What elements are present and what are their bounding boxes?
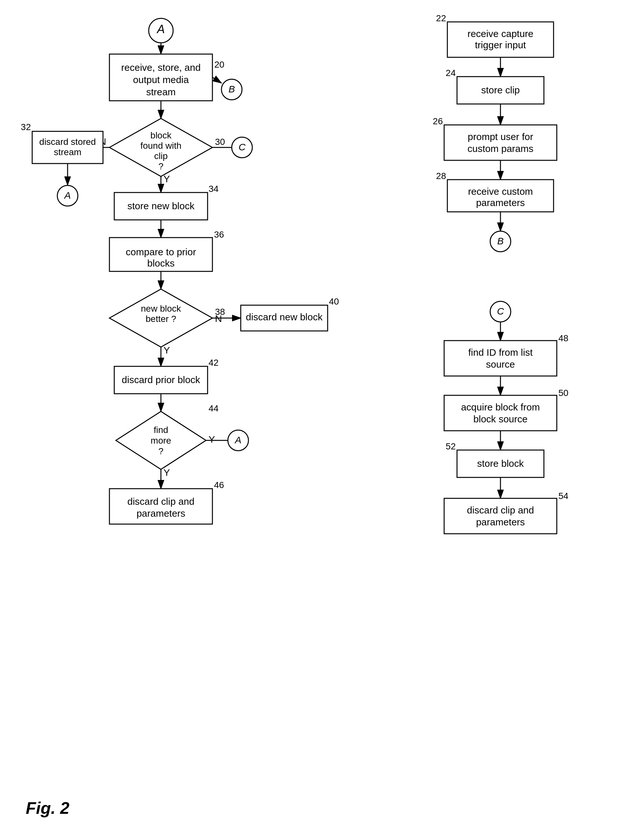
node-48-ref: 48 — [559, 333, 569, 343]
node-44-ref: 44 — [208, 404, 218, 414]
node-22-text: receive capture — [467, 28, 533, 39]
fig-label: Fig. 2 — [26, 798, 69, 818]
node-20-text: receive, store, and — [121, 62, 201, 73]
node-44-text3: ? — [158, 446, 164, 456]
connector-B-right-label: B — [228, 84, 235, 94]
connector-A-top-label: A — [156, 23, 165, 36]
node-36-ref: 36 — [214, 230, 224, 240]
node-36-text2: blocks — [147, 258, 174, 269]
node-48-text: find ID from list — [468, 347, 533, 358]
node-50-text: acquire block from — [461, 402, 540, 412]
node-24-ref: 24 — [446, 68, 456, 78]
node-50-ref: 50 — [559, 388, 569, 398]
node-54-ref: 54 — [559, 491, 569, 501]
node-28-text2: parameters — [476, 197, 525, 208]
node-20-text3: stream — [146, 87, 176, 97]
node-44-text2: more — [151, 436, 171, 446]
node-32-ref: 32 — [21, 122, 31, 132]
connector-A-2-label: A — [234, 435, 241, 445]
node-54-text2: parameters — [476, 517, 525, 527]
connector-C-top-label: C — [497, 306, 504, 317]
flowchart-svg: A receive, store, and output media strea… — [0, 0, 644, 837]
label-Y-30: Y — [164, 174, 170, 184]
node-30-text4: ? — [158, 161, 164, 171]
node-26 — [444, 125, 557, 160]
node-24-text: store clip — [481, 85, 520, 95]
node-46-ref: 46 — [214, 480, 224, 490]
node-22-text2: trigger input — [475, 39, 526, 50]
node-26-ref: 26 — [433, 116, 443, 126]
node-48-text2: source — [486, 359, 515, 369]
diagram-container: A receive, store, and output media strea… — [0, 0, 644, 837]
node-30-text2: found with — [140, 141, 182, 151]
node-28-ref: 28 — [436, 171, 446, 181]
node-42-text: discard prior block — [122, 374, 200, 385]
connector-B-right2-label: B — [497, 236, 504, 246]
node-46-text2: parameters — [136, 508, 185, 519]
node-36-text: compare to prior — [126, 246, 196, 257]
node-22-ref: 22 — [436, 13, 446, 23]
node-34-text: store new block — [128, 200, 195, 211]
node-42-ref: 42 — [208, 358, 218, 368]
node-30-text: block — [150, 130, 172, 140]
label-Y-44b: Y — [164, 467, 170, 478]
node-20-text2: output media — [133, 74, 189, 85]
label-Y-44: Y — [208, 434, 215, 445]
node-28-text: receive custom — [468, 186, 533, 197]
node-32-text: discard stored — [39, 137, 96, 147]
node-30-text3: clip — [154, 151, 168, 161]
node-38-text: new block — [141, 304, 182, 313]
node-38-text2: better ? — [146, 314, 176, 324]
node-50-text2: block source — [474, 414, 528, 424]
node-54-text: discard clip and — [467, 505, 534, 515]
node-44-text: find — [154, 425, 168, 435]
node-32-text2: stream — [54, 147, 82, 157]
node-46-text: discard clip and — [128, 496, 194, 507]
node-52-ref: 52 — [446, 441, 456, 451]
node-30-ref: 30 — [215, 137, 225, 147]
connector-A-bottom-left-label: A — [64, 190, 71, 200]
node-26-text: prompt user for — [468, 131, 533, 142]
node-52-text: store block — [477, 458, 524, 469]
node-40-ref: 40 — [329, 297, 339, 307]
node-40-text: discard new block — [246, 312, 323, 322]
node-48 — [444, 341, 557, 376]
label-Y-38: Y — [164, 345, 170, 355]
connector-C-right-label: C — [238, 142, 246, 152]
node-54 — [444, 498, 557, 534]
node-50 — [444, 396, 557, 431]
node-26-text2: custom params — [467, 143, 533, 154]
arrow-20-to-B — [212, 77, 221, 83]
node-34-ref: 34 — [208, 184, 218, 194]
node-20-ref: 20 — [214, 59, 224, 69]
